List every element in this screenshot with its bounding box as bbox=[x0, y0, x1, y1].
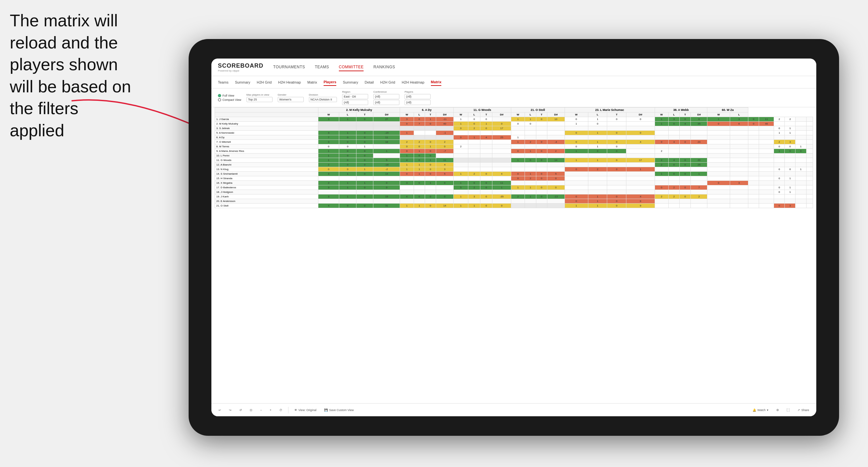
matrix-cell: 5 bbox=[436, 172, 454, 176]
zoom-out-button[interactable]: − bbox=[258, 407, 264, 413]
region-sub-select[interactable]: (All) bbox=[342, 100, 368, 105]
matrix-cell: 1 bbox=[425, 158, 436, 163]
subnav-h2hgrid2[interactable]: H2H Grid bbox=[380, 79, 395, 86]
nav-teams[interactable]: TEAMS bbox=[315, 63, 329, 71]
subnav-players[interactable]: Players bbox=[323, 79, 336, 86]
matrix-cell bbox=[525, 163, 536, 167]
matrix-cell: 5 bbox=[547, 172, 565, 176]
matrix-cell bbox=[607, 190, 626, 194]
matrix-cell: 0 bbox=[774, 204, 785, 208]
matrix-cell: 0 bbox=[339, 158, 356, 163]
filters-row: Full View Compact View Max players in vi… bbox=[211, 89, 816, 107]
zoom-in-button[interactable]: + bbox=[268, 407, 273, 413]
reset-button[interactable]: ↺ bbox=[238, 407, 244, 413]
matrix-cell bbox=[511, 190, 525, 194]
matrix-cell bbox=[707, 126, 730, 131]
matrix-cell: 0 bbox=[453, 126, 468, 131]
matrix-cell bbox=[356, 126, 373, 131]
matrix-cell bbox=[759, 190, 774, 194]
matrix-cell: 0 bbox=[373, 185, 400, 190]
matrix-cell bbox=[511, 163, 525, 167]
conference-filter: Conference (All) (All) bbox=[373, 90, 399, 105]
matrix-cell: 0 bbox=[356, 158, 373, 163]
players-sub-select[interactable]: (All) bbox=[405, 100, 431, 105]
sub-t5: T bbox=[607, 113, 626, 117]
players-select[interactable]: (All) bbox=[405, 94, 431, 99]
subnav-detail[interactable]: Detail bbox=[365, 79, 374, 86]
subnav-summary2[interactable]: Summary bbox=[343, 79, 358, 86]
view-original-button[interactable]: 👁 View: Original bbox=[292, 407, 318, 413]
subnav-teams[interactable]: Teams bbox=[218, 79, 228, 86]
matrix-cell bbox=[806, 140, 813, 145]
matrix-cell bbox=[607, 172, 626, 176]
compact-view-radio[interactable]: Compact View bbox=[218, 98, 241, 101]
matrix-cell bbox=[806, 190, 813, 194]
subnav-h2hheatmap2[interactable]: H2H Heatmap bbox=[402, 79, 425, 86]
zoom-fit-button[interactable]: ⊡ bbox=[248, 407, 254, 413]
col-group-4: 21. O Stoll bbox=[511, 107, 565, 113]
matrix-cell: 25 bbox=[691, 163, 707, 167]
watch-button[interactable]: 🔔 Watch ▾ bbox=[751, 407, 770, 413]
matrix-cell bbox=[468, 145, 480, 149]
subnav-matrix1[interactable]: Matrix bbox=[307, 79, 317, 86]
nav-committee[interactable]: COMMITTEE bbox=[339, 63, 364, 71]
matrix-cell bbox=[748, 167, 759, 172]
matrix-cell bbox=[373, 199, 400, 204]
matrix-cell bbox=[748, 176, 759, 181]
nav-items: TOURNAMENTS TEAMS COMMITTEE RANKINGS bbox=[273, 63, 395, 71]
logo-area: SCOREBOARD Powered by clippd bbox=[218, 62, 264, 72]
save-custom-button[interactable]: 💾 Save Custom View bbox=[322, 407, 356, 413]
matrix-cell bbox=[707, 163, 730, 167]
expand-button[interactable]: ⛶ bbox=[785, 407, 792, 413]
full-view-radio[interactable]: Full View bbox=[218, 94, 241, 97]
subnav-h2hgrid[interactable]: H2H Grid bbox=[257, 79, 272, 86]
nav-tournaments[interactable]: TOURNAMENTS bbox=[273, 63, 305, 71]
matrix-cell bbox=[680, 131, 691, 135]
matrix-cell: 1 bbox=[414, 163, 425, 167]
settings-button[interactable]: ⚙ bbox=[774, 407, 781, 413]
matrix-cell: 1 bbox=[691, 172, 707, 176]
matrix-cell bbox=[680, 190, 691, 194]
subnav-h2hheatmap[interactable]: H2H Heatmap bbox=[278, 79, 301, 86]
matrix-cell: -11 bbox=[436, 117, 454, 122]
region-select[interactable]: East - DII bbox=[342, 94, 368, 99]
matrix-cell: 0 bbox=[774, 145, 785, 149]
matrix-cell: 7 bbox=[691, 185, 707, 190]
matrix-cell: 1 bbox=[468, 135, 480, 140]
matrix-table-wrapper[interactable]: 2. M Kelly Mulcahy 6. A Dy 11. G Woods 2… bbox=[211, 107, 816, 403]
matrix-cell bbox=[588, 172, 607, 176]
matrix-cell bbox=[655, 145, 668, 149]
matrix-cell: 4 bbox=[626, 194, 655, 199]
conference-select[interactable]: (All) bbox=[373, 94, 399, 99]
player-name-cell: 5. A Nomrowski bbox=[215, 131, 318, 135]
subnav-summary1[interactable]: Summary bbox=[235, 79, 250, 86]
matrix-cell bbox=[759, 181, 774, 185]
matrix-cell bbox=[525, 199, 536, 204]
gender-select[interactable]: Women's bbox=[278, 97, 304, 102]
matrix-cell bbox=[796, 131, 806, 135]
region-filter: Region East - DII (All) bbox=[342, 90, 368, 105]
matrix-cell bbox=[511, 167, 525, 172]
timer-button[interactable]: ⏱ bbox=[277, 407, 284, 413]
matrix-cell: -35 bbox=[492, 194, 511, 199]
undo-button[interactable]: ↩ bbox=[217, 407, 223, 413]
matrix-cell bbox=[730, 199, 748, 204]
matrix-cell: 0 bbox=[425, 204, 436, 208]
division-select[interactable]: NCAA Division II bbox=[309, 97, 337, 102]
matrix-cell: 0 bbox=[565, 145, 588, 149]
matrix-cell: 0 bbox=[480, 185, 492, 190]
matrix-cell: 0 bbox=[626, 131, 655, 135]
conference-sub-select[interactable]: (All) bbox=[373, 100, 399, 105]
col-group-3: 11. G Woods bbox=[453, 107, 511, 113]
matrix-cell bbox=[785, 154, 796, 158]
subnav-matrix2[interactable]: Matrix bbox=[431, 79, 441, 86]
matrix-cell bbox=[547, 126, 565, 131]
nav-rankings[interactable]: RANKINGS bbox=[373, 63, 395, 71]
share-button[interactable]: ↗ Share bbox=[796, 407, 811, 413]
redo-button[interactable]: ↪ bbox=[227, 407, 234, 413]
matrix-cell bbox=[626, 154, 655, 158]
matrix-cell: 0 bbox=[668, 163, 679, 167]
matrix-cell bbox=[796, 194, 806, 199]
max-players-select[interactable]: Top 25 bbox=[247, 97, 273, 102]
matrix-cell: -2 bbox=[373, 167, 400, 172]
